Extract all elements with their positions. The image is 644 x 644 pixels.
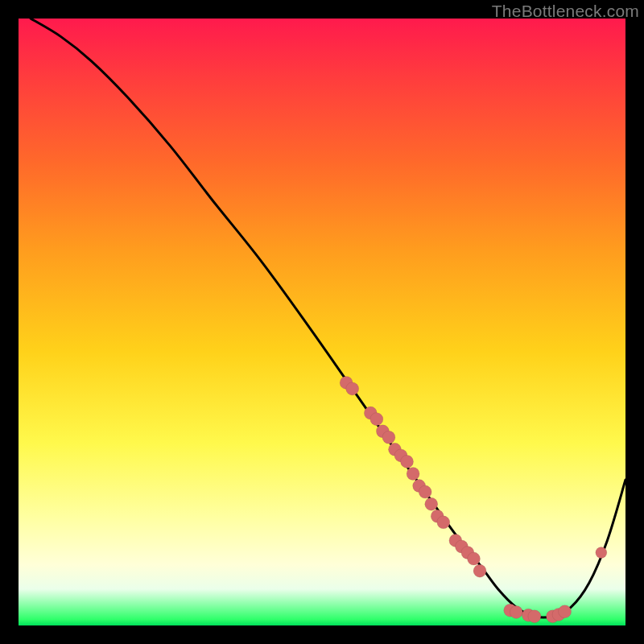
- data-point: [425, 497, 438, 510]
- data-point: [346, 382, 359, 395]
- curve-layer: [31, 19, 625, 617]
- data-point: [559, 605, 572, 618]
- bottleneck-curve: [31, 19, 625, 617]
- data-point: [419, 485, 431, 498]
- chart-overlay: [19, 19, 625, 625]
- watermark: TheBottleneck.com: [492, 2, 639, 21]
- data-point: [473, 564, 486, 577]
- data-point: [596, 547, 607, 559]
- data-point: [528, 610, 541, 623]
- data-point: [370, 413, 383, 426]
- data-point: [510, 605, 522, 618]
- chart-stage: TheBottleneck.com: [0, 0, 644, 644]
- plot-area: [19, 19, 625, 625]
- data-point: [407, 468, 419, 481]
- data-point: [401, 455, 414, 468]
- data-point: [382, 431, 395, 444]
- data-point: [437, 516, 450, 529]
- points-layer: [340, 376, 607, 622]
- data-point: [468, 552, 481, 565]
